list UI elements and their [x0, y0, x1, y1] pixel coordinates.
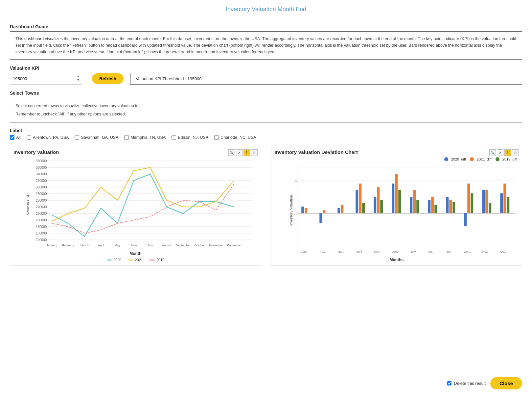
svg-text:180000: 180000: [36, 225, 47, 229]
kpi-threshold-text: Valuation KPI Threshhold : 195000: [136, 76, 201, 81]
checkbox-edison-input[interactable]: [172, 135, 176, 140]
checkbox-savannah[interactable]: Savannah, GA, USA: [75, 135, 118, 140]
svg-rect-69: [464, 213, 467, 226]
dashboard-guide-title: Dashboard Guide: [10, 24, 522, 29]
delete-checkbox-label: Delete this result: [454, 381, 486, 386]
label-checkboxes: All Allentown, PA, USA Savannah, GA, USA…: [10, 135, 522, 140]
svg-text:March: March: [81, 244, 89, 247]
delete-checkbox-row[interactable]: Delete this result: [447, 381, 486, 386]
svg-rect-58: [395, 174, 398, 213]
svg-text:No...: No...: [482, 250, 488, 253]
bar-legend-2020-label: 2020_diff: [451, 157, 466, 161]
svg-rect-57: [392, 184, 394, 213]
svg-text:May: May: [374, 250, 380, 253]
select-towns-instruction1: Select concerned towns to visualize coll…: [15, 102, 517, 110]
checkbox-all[interactable]: All: [10, 135, 21, 140]
svg-rect-74: [489, 203, 491, 213]
svg-rect-59: [398, 190, 401, 213]
svg-rect-55: [377, 187, 380, 213]
bar-warning-icon[interactable]: !: [504, 149, 511, 156]
checkbox-memphis[interactable]: Memphis, TN, USA: [124, 135, 166, 140]
svg-rect-75: [500, 193, 503, 213]
checkbox-savannah-input[interactable]: [75, 135, 79, 140]
svg-text:October: October: [194, 244, 205, 247]
svg-rect-52: [359, 184, 361, 213]
label-section-title: Label: [10, 128, 522, 133]
svg-rect-48: [323, 210, 325, 213]
checkbox-charlotte-input[interactable]: [214, 135, 219, 140]
bar-legend-2019-label: 2019_diff: [502, 157, 517, 161]
svg-rect-66: [446, 197, 449, 213]
checkbox-edison[interactable]: Edison, NJ, USA: [172, 135, 208, 140]
bar-zoom-icon[interactable]: 🔍: [489, 149, 496, 156]
kpi-input[interactable]: [13, 76, 72, 81]
bar-legend-2021-label: 2021_diff: [477, 157, 492, 161]
warning-icon[interactable]: !: [243, 149, 250, 156]
close-button[interactable]: Close: [490, 377, 522, 389]
svg-rect-73: [485, 190, 488, 213]
bar-chart-container: Inventory Valuation Deviation Chart 🔍 ✕ …: [271, 146, 522, 266]
svg-rect-56: [380, 200, 383, 213]
svg-text:Jan...: Jan...: [301, 250, 308, 253]
svg-rect-65: [434, 205, 437, 213]
checkbox-memphis-input[interactable]: [124, 135, 129, 140]
svg-text:Fe...: Fe...: [320, 250, 326, 253]
checkbox-all-input[interactable]: [10, 135, 14, 140]
menu-icon[interactable]: ☰: [251, 149, 258, 156]
svg-text:April: April: [356, 250, 362, 253]
checkbox-charlotte-label: Charlotte, NC, USA: [220, 135, 256, 140]
delete-checkbox[interactable]: [447, 381, 451, 385]
svg-text:April: April: [98, 244, 104, 247]
legend-2019-label: 2019: [156, 258, 164, 262]
bar-chart-title: Inventory Valuation Deviation Chart: [275, 149, 358, 155]
reset-icon[interactable]: ✕: [236, 149, 243, 156]
zoom-icon[interactable]: 🔍: [228, 149, 235, 156]
checkbox-savannah-label: Savannah, GA, USA: [81, 135, 118, 140]
svg-text:260000: 260000: [36, 199, 47, 202]
svg-text:340000: 340000: [36, 172, 47, 176]
legend-2019-dot: [150, 260, 155, 260]
svg-text:June: June: [130, 244, 137, 247]
checkbox-memphis-label: Memphis, TN, USA: [130, 135, 166, 140]
line-chart-x-axis-label: Month: [13, 251, 258, 256]
valuation-kpi-title: Valuation KPI: [10, 65, 522, 71]
line-chart-toolbar: 🔍 ✕ ! ☰: [228, 149, 258, 156]
line-chart-title: Inventory Valuation: [13, 149, 258, 155]
svg-text:Ma...: Ma...: [337, 250, 344, 253]
refresh-button[interactable]: Refresh: [92, 73, 124, 84]
svg-rect-71: [471, 193, 473, 213]
line-chart-container: Inventory Valuation 🔍 ✕ ! ☰ Value in USD: [10, 146, 261, 266]
bar-menu-icon[interactable]: ☰: [512, 149, 519, 156]
checkbox-all-label: All: [16, 135, 21, 140]
bar-legend-2021-dot: [470, 157, 474, 161]
line-chart-y-axis-label: Value in USD: [26, 193, 30, 215]
svg-rect-60: [410, 197, 412, 213]
svg-rect-76: [503, 184, 506, 213]
svg-rect-46: [305, 208, 307, 213]
kpi-threshold-display: Valuation KPI Threshhold : 195000: [130, 73, 522, 85]
svg-text:July: July: [148, 244, 153, 247]
svg-rect-62: [416, 200, 419, 213]
legend-2021-label: 2021: [135, 258, 143, 262]
page-title: Inventory Valuation Month End: [0, 0, 532, 16]
svg-rect-49: [337, 208, 340, 213]
select-towns-instruction2: Remember to uncheck "All" if any other o…: [15, 110, 517, 118]
bar-chart-x-axis-label: Months: [275, 258, 519, 262]
svg-text:200000: 200000: [36, 218, 47, 222]
kpi-spinner[interactable]: ▲ ▼: [77, 74, 80, 82]
svg-text:August: August: [162, 244, 172, 247]
svg-rect-50: [341, 205, 343, 213]
bar-reset-icon[interactable]: ✕: [497, 149, 503, 156]
svg-text:240000: 240000: [36, 205, 47, 209]
checkbox-charlotte[interactable]: Charlotte, NC, USA: [214, 135, 256, 140]
line-chart-legend: 2020 2021 2019: [13, 258, 258, 262]
svg-text:Se...: Se...: [446, 250, 452, 253]
bar-chart-legend: 2020_diff 2021_diff 2019_diff: [444, 157, 517, 161]
svg-rect-45: [301, 207, 304, 213]
svg-text:November: November: [209, 244, 223, 247]
checkbox-allentown[interactable]: Allentown, PA, USA: [27, 135, 69, 140]
checkbox-allentown-input[interactable]: [27, 135, 31, 140]
svg-text:160000: 160000: [36, 232, 47, 235]
checkbox-edison-label: Edison, NJ, USA: [178, 135, 208, 140]
svg-text:300000: 300000: [36, 186, 47, 189]
